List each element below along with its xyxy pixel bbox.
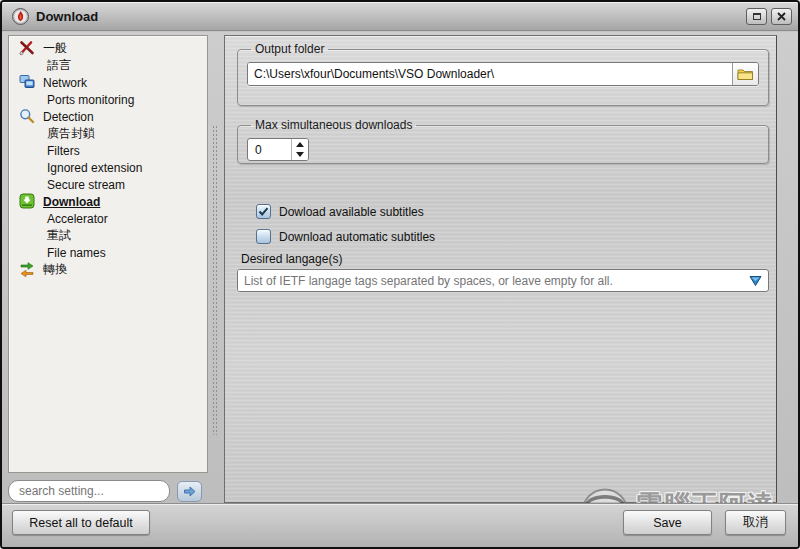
search-go-button[interactable]: [177, 481, 202, 502]
footer-bar: Reset all to default Save 取消: [2, 503, 798, 547]
checkmark-icon: [258, 207, 269, 217]
splitter-grip-dots: [212, 125, 218, 435]
maximize-button[interactable]: [746, 8, 767, 25]
sidebar-item-label: Accelerator: [47, 212, 108, 226]
sidebar-item-secure-stream[interactable]: Secure stream: [9, 176, 207, 193]
sidebar-item-retry[interactable]: 重試: [9, 227, 207, 244]
blue-right-arrow-icon: [183, 486, 196, 497]
search-settings-row: [8, 478, 220, 504]
language-dropdown-button[interactable]: [742, 270, 768, 291]
sidebar-item-accelerator[interactable]: Accelerator: [9, 210, 207, 227]
dialog-body: 一般 語言 Network Ports: [2, 32, 798, 547]
sidebar-item-detection[interactable]: Detection: [9, 108, 207, 125]
sidebar-item-language[interactable]: 語言: [9, 57, 207, 74]
sidebar-item-file-names[interactable]: File names: [9, 244, 207, 261]
titlebar[interactable]: Download: [2, 2, 798, 31]
max-downloads-group: Max simultaneous downloads 0: [237, 118, 769, 164]
desired-language-input[interactable]: [238, 270, 742, 291]
spinner-up-button[interactable]: [292, 139, 308, 150]
max-downloads-legend: Max simultaneous downloads: [251, 118, 416, 132]
sidebar-item-general[interactable]: 一般: [9, 40, 207, 57]
browse-folder-button[interactable]: [732, 63, 758, 85]
blue-down-arrow-icon: [748, 274, 763, 288]
output-folder-legend: Output folder: [251, 42, 328, 56]
convert-arrows-icon: [19, 261, 36, 277]
sidebar-item-label: Secure stream: [47, 178, 125, 192]
sidebar-item-ports-monitoring[interactable]: Ports monitoring: [9, 91, 207, 108]
desired-language-field: [237, 269, 769, 292]
checkbox-label: Download automatic subtitles: [279, 230, 435, 244]
sidebar-item-label: 語言: [47, 57, 71, 74]
sidebar-item-label: 一般: [43, 40, 67, 57]
sidebar-item-convert[interactable]: 轉換: [9, 261, 207, 278]
app-flame-icon: [12, 8, 29, 25]
sidebar-item-label: Download: [43, 195, 100, 209]
output-folder-input[interactable]: [248, 63, 732, 85]
output-folder-field: [247, 62, 759, 86]
max-downloads-spinner[interactable]: 0: [247, 138, 309, 161]
sidebar-item-label: 重試: [47, 227, 71, 244]
available-subtitles-checkbox[interactable]: [256, 204, 271, 219]
tools-icon: [19, 40, 36, 56]
checkbox-label: Dowload available subtitles: [279, 205, 424, 219]
spinner-buttons: [291, 139, 308, 160]
search-input[interactable]: [8, 480, 170, 502]
network-icon: [19, 74, 36, 90]
window-inner: Download 一般: [2, 2, 798, 547]
cancel-button[interactable]: 取消: [725, 510, 786, 535]
desired-language-label: Desired langage(s): [241, 252, 342, 266]
sidebar-item-ignored-extension[interactable]: Ignored extension: [9, 159, 207, 176]
close-icon: [777, 12, 786, 21]
sidebar-item-network[interactable]: Network: [9, 74, 207, 91]
folder-icon: [737, 67, 754, 81]
close-button[interactable]: [771, 8, 792, 25]
sidebar-item-filters[interactable]: Filters: [9, 142, 207, 159]
sidebar-item-download[interactable]: Download: [9, 193, 207, 210]
download-icon: [19, 193, 36, 209]
save-button[interactable]: Save: [623, 510, 712, 535]
sidebar-item-label: 轉換: [43, 261, 67, 278]
settings-tree: 一般 語言 Network Ports: [8, 35, 208, 473]
magnifier-icon: [19, 108, 36, 124]
sidebar-item-label: Detection: [43, 110, 94, 124]
reset-all-button[interactable]: Reset all to default: [12, 510, 150, 535]
sidebar-item-label: Ports monitoring: [47, 93, 134, 107]
arrow-up-icon: [296, 142, 304, 147]
maximize-icon: [753, 13, 761, 20]
available-subtitles-row: Dowload available subtitles: [256, 204, 424, 219]
panel-splitter[interactable]: [209, 35, 221, 501]
settings-window: Download 一般: [0, 0, 800, 549]
download-settings-panel: Output folder Max simultaneous downloads: [224, 35, 777, 503]
sidebar-item-label: Ignored extension: [47, 161, 142, 175]
sidebar-item-label: File names: [47, 246, 106, 260]
sidebar-item-label: 廣告封鎖: [47, 125, 95, 142]
arrow-down-icon: [296, 152, 304, 157]
automatic-subtitles-row: Download automatic subtitles: [256, 229, 435, 244]
sidebar-item-ad-blocking[interactable]: 廣告封鎖: [9, 125, 207, 142]
spinner-down-button[interactable]: [292, 150, 308, 161]
window-title: Download: [36, 9, 742, 24]
spinner-value: 0: [248, 139, 291, 160]
output-folder-group: Output folder: [237, 42, 769, 106]
sidebar-item-label: Filters: [47, 144, 80, 158]
sidebar-item-label: Network: [43, 76, 87, 90]
automatic-subtitles-checkbox[interactable]: [256, 229, 271, 244]
